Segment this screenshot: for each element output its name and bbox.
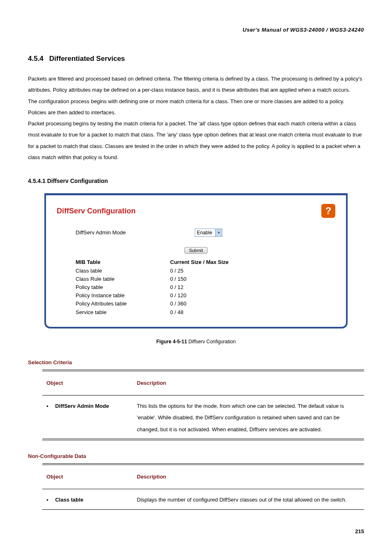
submit-button[interactable]: Submit xyxy=(184,247,208,254)
table-header-description: Description xyxy=(133,370,364,395)
body-paragraph: The configuration process begins with de… xyxy=(28,96,364,118)
mib-row-value: 0 / 120 xyxy=(170,292,265,299)
section-number: 4.5.4 xyxy=(28,55,44,62)
page-number: 215 xyxy=(28,526,364,537)
mib-table: MIB Table Current Size / Max Size Class … xyxy=(76,259,335,316)
selection-criteria-label: Selection Criteria xyxy=(28,357,364,368)
mib-row-value: 0 / 25 xyxy=(170,267,265,275)
mib-row-name: Policy table xyxy=(76,284,170,291)
table-row: • Class table Displays the number of con… xyxy=(42,489,364,510)
description-cell: Displays the number of configured DiffSe… xyxy=(133,489,364,510)
table-row: • DiffServ Admin Mode This lists the opt… xyxy=(42,395,364,439)
selection-criteria-table: Object Description • DiffServ Admin Mode… xyxy=(42,370,364,441)
figure-caption: Figure 4-5-11 Diffserv Configuration xyxy=(28,337,364,347)
running-header: User's Manual of WGS3-24000 / WGS3-24240 xyxy=(28,25,364,35)
object-cell: • DiffServ Admin Mode xyxy=(42,395,133,439)
table-header-object: Object xyxy=(42,370,133,395)
mib-row-value: 0 / 48 xyxy=(170,309,265,316)
figure-caption-rest: Diffserv Configuration xyxy=(187,339,236,345)
admin-mode-value: Enable xyxy=(197,228,215,238)
diffserv-config-panel: DiffServ Configuration ? DiffServ Admin … xyxy=(44,193,348,328)
table-header-description: Description xyxy=(133,464,364,489)
subsection-heading: 4.5.4.1 Diffserv Configuration xyxy=(28,175,364,187)
admin-mode-select[interactable]: Enable ▾ xyxy=(195,229,222,237)
screenshot-panel-wrap: DiffServ Configuration ? DiffServ Admin … xyxy=(44,193,348,328)
mib-row-name: Class Rule table xyxy=(76,275,170,283)
section-title: Differentiated Services xyxy=(49,55,125,62)
figure-caption-bold: Figure 4-5-11 xyxy=(156,339,187,345)
submit-row: Submit xyxy=(57,247,335,254)
mib-header-left: MIB Table xyxy=(76,259,170,266)
mib-row-name: Policy Attributes table xyxy=(76,300,170,308)
mib-row-name: Service table xyxy=(76,309,170,316)
section-heading: 4.5.4Differentiated Services xyxy=(28,52,364,66)
object-cell: • Class table xyxy=(42,489,133,510)
admin-mode-row: DiffServ Admin Mode Enable ▾ xyxy=(76,227,335,238)
body-paragraph: Packets are filtered and processed based… xyxy=(28,73,364,96)
chevron-down-icon: ▾ xyxy=(215,229,222,236)
mib-row-value: 0 / 360 xyxy=(170,300,265,308)
nonconfig-label: Non-Configurable Data xyxy=(28,451,364,462)
description-cell: This lists the options for the mode, fro… xyxy=(133,395,364,439)
panel-title-row: DiffServ Configuration ? xyxy=(57,204,335,218)
help-icon[interactable]: ? xyxy=(321,204,335,218)
mib-header-right: Current Size / Max Size xyxy=(170,259,265,266)
table-header-object: Object xyxy=(42,464,133,489)
nonconfig-table: Object Description • Class table Display… xyxy=(42,463,364,510)
admin-mode-label: DiffServ Admin Mode xyxy=(76,227,195,238)
body-paragraph: Packet processing begins by testing the … xyxy=(28,118,364,163)
mib-row-value: 0 / 150 xyxy=(170,275,265,283)
mib-row-name: Class table xyxy=(76,267,170,275)
mib-row-name: Policy Instance table xyxy=(76,292,170,299)
panel-title: DiffServ Configuration xyxy=(57,204,136,218)
mib-row-value: 0 / 12 xyxy=(170,284,265,291)
